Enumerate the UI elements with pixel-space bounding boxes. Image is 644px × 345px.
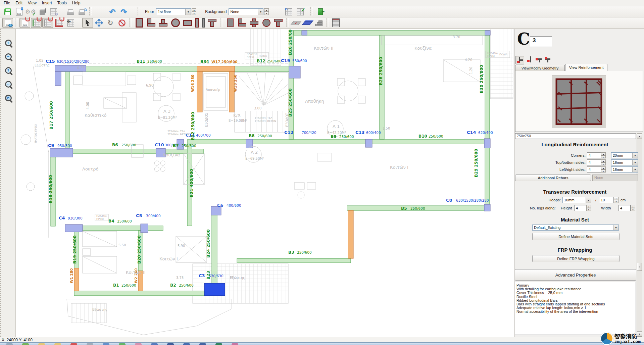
snap-layers-button[interactable] bbox=[31, 18, 42, 28]
tab-view-modify-geometry[interactable]: View/Modify Geometry bbox=[515, 65, 565, 71]
section-T-button[interactable] bbox=[158, 18, 169, 28]
leftright-diameter-select[interactable]: 16mm▼ bbox=[611, 166, 638, 172]
taskbar-icon[interactable] bbox=[6, 343, 13, 345]
print-preview-button[interactable]: 🔾 bbox=[77, 7, 87, 17]
undo-button[interactable]: ↶ bbox=[107, 7, 118, 17]
anchor-top-right-button[interactable] bbox=[535, 56, 543, 64]
taskbar-icon[interactable] bbox=[215, 343, 222, 345]
snap-grid-button[interactable] bbox=[42, 18, 53, 28]
anchor-bottom-right-button[interactable] bbox=[526, 56, 534, 64]
menu-insert[interactable]: Insert bbox=[40, 0, 54, 6]
section-wall-button[interactable] bbox=[182, 18, 193, 28]
taskbar-icon[interactable] bbox=[199, 343, 206, 345]
section-bar1-button[interactable] bbox=[194, 18, 200, 28]
section-circular-button[interactable] bbox=[170, 18, 181, 28]
legs-height-stepper[interactable]: ▲▼ bbox=[586, 205, 591, 211]
project-settings-button[interactable]: ⚙⚙✓ bbox=[25, 7, 36, 17]
move-tool-button[interactable] bbox=[94, 18, 104, 28]
column-circle-button[interactable] bbox=[261, 18, 272, 28]
tab-view-reinforcement[interactable]: View Reinforcement bbox=[565, 64, 607, 71]
slab-tool-button[interactable] bbox=[291, 18, 301, 28]
exit-button[interactable] bbox=[315, 7, 326, 17]
taskbar-icon[interactable] bbox=[87, 343, 93, 345]
corners-diameter-select[interactable]: 20mm▼ bbox=[611, 152, 638, 158]
anchor-bottom-left-button[interactable] bbox=[515, 56, 524, 64]
topbottom-count-field[interactable]: 4 bbox=[587, 159, 601, 165]
floor-stepper[interactable]: ▲▼ bbox=[192, 8, 196, 15]
snap-red-grid-button[interactable] bbox=[54, 18, 64, 28]
taskbar-icon[interactable] bbox=[232, 343, 238, 345]
windows-taskbar[interactable] bbox=[0, 342, 644, 345]
stairs-tool-button[interactable] bbox=[313, 18, 324, 28]
menu-view[interactable]: View bbox=[26, 0, 39, 6]
delete-tool-button[interactable] bbox=[116, 18, 127, 28]
floor-plan[interactable]: C15630/1530/280/280B11250/600B34W17 250/… bbox=[16, 29, 514, 337]
validate-model-button[interactable]: ✓ bbox=[295, 7, 305, 17]
taskbar-icon[interactable] bbox=[167, 343, 174, 345]
renumber-entities-button[interactable]: 1²₃ bbox=[283, 7, 294, 17]
taskbar-icon[interactable] bbox=[151, 343, 158, 345]
section-rectangular-button[interactable] bbox=[134, 18, 145, 28]
zoom-previous-button[interactable]: ◩ bbox=[2, 93, 14, 103]
corners-count-field[interactable]: 4 bbox=[587, 152, 601, 158]
taskbar-icon[interactable] bbox=[22, 343, 29, 345]
anchor-top-left-button[interactable] bbox=[544, 56, 552, 64]
legs-height-field[interactable]: 4 bbox=[574, 205, 586, 211]
rotate-tool-button[interactable]: ↻ bbox=[105, 18, 116, 28]
import-dwg-button[interactable]: DWG ⬇ bbox=[14, 7, 24, 17]
material-set-select[interactable]: Default_Existing▼ bbox=[532, 225, 619, 231]
topbottom-stepper[interactable]: ▲▼ bbox=[601, 159, 606, 165]
background-select[interactable]: None▼ bbox=[229, 8, 263, 15]
legs-width-stepper[interactable]: ▲▼ bbox=[631, 205, 635, 211]
taskbar-icon[interactable] bbox=[103, 343, 109, 345]
additional-rebars-button[interactable]: Additional Rebars bbox=[515, 175, 591, 181]
drawing-canvas[interactable]: C15630/1530/280/280B11250/600B34W17 250/… bbox=[16, 29, 514, 337]
column-number-field[interactable]: 3 bbox=[530, 36, 552, 47]
taskbar-icon[interactable] bbox=[183, 343, 190, 345]
save-button[interactable] bbox=[2, 7, 13, 17]
building-3d-button[interactable] bbox=[331, 18, 341, 28]
floor-select[interactable]: 1st floor▼ bbox=[156, 8, 191, 15]
taskbar-icon[interactable] bbox=[119, 343, 126, 345]
print-button[interactable] bbox=[65, 7, 76, 17]
topbottom-diameter-select[interactable]: 16mm▼ bbox=[611, 159, 638, 165]
zoom-in-button[interactable]: + bbox=[2, 38, 14, 48]
menu-help[interactable]: Help bbox=[70, 0, 83, 6]
leftright-count-field[interactable]: 4 bbox=[587, 166, 601, 172]
taskbar-icon[interactable] bbox=[70, 343, 77, 345]
scroll-up-button[interactable]: ▲ bbox=[637, 134, 642, 139]
section-tee-button[interactable] bbox=[207, 18, 218, 28]
snap-dwg-button[interactable]: DWG bbox=[19, 18, 30, 28]
column-rect-button[interactable] bbox=[225, 18, 236, 28]
scrollbar-thumb[interactable]: ≡ bbox=[637, 263, 642, 271]
zoom-out-button[interactable]: − bbox=[2, 51, 14, 62]
hoops-diameter-select[interactable]: 10mm▼ bbox=[562, 197, 591, 203]
redo-button[interactable]: ↷ bbox=[118, 7, 129, 17]
beam-tool-button[interactable] bbox=[302, 18, 313, 28]
section-size-field[interactable]: 750x750 bbox=[515, 133, 636, 139]
advanced-properties-header[interactable]: Advanced Properties bbox=[515, 269, 636, 281]
3d-view-button[interactable] bbox=[37, 7, 47, 17]
menu-file[interactable]: File bbox=[1, 0, 12, 6]
grid-settings-button[interactable]: ⚙ bbox=[48, 7, 59, 17]
hoops-spacing-stepper[interactable]: ▲▼ bbox=[614, 197, 618, 203]
zoom-extents-button[interactable]: ⇕ bbox=[2, 65, 14, 76]
zoom-window-button[interactable]: ▭ bbox=[2, 79, 14, 90]
select-tool-button[interactable] bbox=[82, 18, 93, 28]
taskbar-icon[interactable] bbox=[54, 343, 61, 345]
corners-stepper[interactable]: ▲▼ bbox=[601, 152, 606, 158]
taskbar-icon[interactable] bbox=[38, 343, 45, 345]
hoops-spacing-field[interactable]: 10 bbox=[599, 197, 614, 203]
leftright-stepper[interactable]: ▲▼ bbox=[601, 166, 606, 172]
column-tee-button[interactable] bbox=[273, 18, 284, 28]
dwg-visibility-button[interactable]: DWG bbox=[2, 18, 13, 28]
column-cross-button[interactable] bbox=[249, 18, 260, 28]
section-L-button[interactable] bbox=[146, 18, 157, 28]
background-stepper[interactable]: ▲▼ bbox=[264, 8, 269, 15]
legs-width-field[interactable]: 4 bbox=[618, 205, 631, 211]
move-grid-button[interactable]: ✛ bbox=[65, 18, 76, 28]
define-material-sets-button[interactable]: Define Material Sets bbox=[532, 233, 620, 240]
column-L-button[interactable] bbox=[237, 18, 248, 28]
menu-tools[interactable]: Tools bbox=[55, 0, 69, 6]
define-frp-wrapping-button[interactable]: Define FRP Wrapping bbox=[532, 255, 620, 262]
